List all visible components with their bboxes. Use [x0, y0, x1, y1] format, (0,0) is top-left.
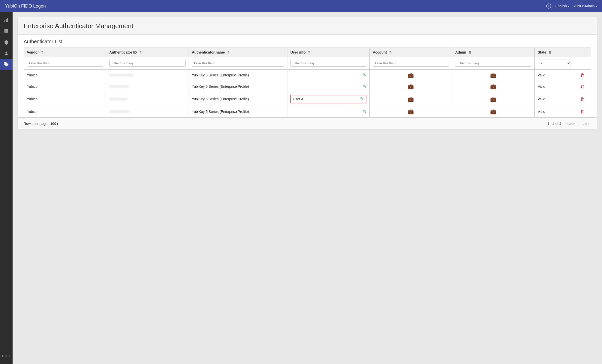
- filter-state-select[interactable]: - Valid Invalid: [538, 60, 571, 67]
- shield-icon: [4, 40, 9, 45]
- svg-rect-4: [5, 30, 8, 31]
- col-account-sort-icon[interactable]: ⇅: [389, 51, 392, 54]
- filter-user-info-input[interactable]: [290, 60, 367, 67]
- svg-rect-5: [5, 31, 8, 32]
- rows-dropdown-chevron-icon: ▾: [57, 122, 58, 126]
- filter-auth-name-input[interactable]: [192, 60, 284, 67]
- col-admin-sort-icon[interactable]: ⇅: [469, 51, 471, 54]
- cell-auth-name: YubiKey 5 Series (Enterprise Profile): [189, 92, 287, 106]
- cell-admin: 💼: [452, 92, 535, 106]
- chart-bar-icon: [4, 18, 9, 23]
- col-state: State ⇅: [535, 48, 574, 57]
- account-icon[interactable]: 💼: [408, 72, 414, 78]
- language-chevron-icon: ▾: [568, 5, 569, 8]
- main-content: Enterprise Authenticator Management Auth…: [13, 12, 602, 364]
- sidebar-item-security[interactable]: [0, 37, 13, 48]
- cell-user-info: ✎: [287, 70, 370, 81]
- delete-row-icon[interactable]: 🗑: [580, 84, 585, 89]
- account-icon[interactable]: 💼: [408, 109, 414, 114]
- sidebar-item-users[interactable]: [0, 48, 13, 59]
- user-info-text: User A: [293, 97, 304, 101]
- rows-per-page-value: 100: [50, 122, 56, 126]
- col-auth-name-label: Authenticator name: [192, 50, 225, 54]
- edit-user-info-icon[interactable]: ✎: [363, 109, 366, 114]
- account-icon[interactable]: 💼: [408, 84, 414, 89]
- filter-admin-input[interactable]: [455, 60, 531, 67]
- rows-per-page-dropdown[interactable]: 100 ▾: [50, 122, 58, 126]
- col-user-info: User info ⇅: [287, 48, 370, 57]
- prev-button[interactable]: ◂ prev: [564, 121, 576, 126]
- admin-icon[interactable]: 💼: [490, 96, 496, 102]
- sidebar-item-collapse[interactable]: ↔: [0, 350, 13, 361]
- col-admin: Admin ⇅: [452, 48, 535, 57]
- pagination-bar: Rows per page: 100 ▾ 1 - 4 of 4 ◂ prev n…: [18, 117, 597, 129]
- main-layout: ↔ Enterprise Authenticator Management Au…: [0, 12, 602, 364]
- filter-vendor-cell: [24, 57, 106, 70]
- delete-row-icon[interactable]: 🗑: [580, 73, 585, 78]
- col-auth-name-sort-icon[interactable]: ⇅: [227, 51, 230, 54]
- col-auth-id-sort-icon[interactable]: ⇅: [139, 51, 142, 54]
- cell-vendor: Yubico: [24, 70, 106, 81]
- next-button[interactable]: next ▸: [579, 121, 591, 126]
- table-header-row: Vendor ⇅ Authenticator ID ⇅ Authenticato…: [24, 48, 591, 57]
- language-label: English: [555, 4, 567, 8]
- col-vendor-sort-icon[interactable]: ⇅: [41, 51, 44, 54]
- filter-vendor-input[interactable]: [27, 60, 103, 67]
- table-row: Yubico••••••••••YubiKey 5 Series (Enterp…: [24, 106, 591, 117]
- cell-admin: 💼: [452, 70, 535, 81]
- col-vendor: Vendor ⇅: [24, 48, 106, 57]
- admin-icon[interactable]: 💼: [490, 109, 496, 114]
- table-icon: [4, 29, 9, 34]
- cell-vendor: Yubico: [24, 106, 106, 117]
- blurred-auth-id: •••••••••: [109, 97, 127, 101]
- col-user-info-sort-icon[interactable]: ⇅: [308, 51, 311, 54]
- prev-chevron-icon: ◂: [566, 122, 568, 125]
- next-label: next: [581, 122, 587, 125]
- account-icon[interactable]: 💼: [408, 96, 414, 102]
- cell-delete: 🗑: [574, 81, 591, 92]
- col-account-label: Account: [373, 50, 387, 54]
- sidebar-item-authenticators[interactable]: [0, 59, 13, 70]
- blurred-auth-id: ••••••••••: [109, 85, 129, 88]
- delete-row-icon[interactable]: 🗑: [580, 109, 585, 114]
- svg-rect-6: [5, 32, 8, 33]
- cell-auth-id: ••••••••••: [106, 106, 189, 117]
- admin-icon[interactable]: 💼: [490, 72, 496, 78]
- col-admin-label: Admin: [455, 50, 466, 54]
- filter-account-input[interactable]: [373, 60, 449, 67]
- col-auth-name: Authenticator name ⇅: [189, 48, 287, 57]
- edit-user-info-icon[interactable]: ✎: [360, 96, 364, 102]
- svg-rect-3: [5, 29, 8, 30]
- cell-state: Valid: [535, 81, 574, 92]
- cell-delete: 🗑: [574, 92, 591, 106]
- table-row: Yubico••••••••••YubiKey 5 Series (Enterp…: [24, 81, 591, 92]
- user-info-highlighted-cell: User A✎: [290, 95, 367, 103]
- admin-icon[interactable]: 💼: [490, 84, 496, 89]
- svg-rect-2: [7, 18, 8, 22]
- rows-per-page-label: Rows per page:: [24, 122, 48, 126]
- delete-row-icon[interactable]: 🗑: [580, 97, 585, 102]
- language-dropdown[interactable]: English ▾: [555, 4, 569, 8]
- svg-rect-1: [6, 19, 7, 22]
- edit-user-info-icon[interactable]: ✎: [363, 84, 366, 89]
- page-card: Enterprise Authenticator Management Auth…: [18, 17, 597, 129]
- info-icon[interactable]: i: [546, 4, 551, 9]
- sidebar-item-dashboard[interactable]: [0, 15, 13, 26]
- col-user-info-label: User info: [290, 50, 306, 54]
- cell-auth-id: ••••••••••: [106, 81, 189, 92]
- cell-admin: 💼: [452, 81, 535, 92]
- col-state-sort-icon[interactable]: ⇅: [549, 51, 551, 54]
- cell-auth-id: ••••••••••••: [106, 70, 189, 81]
- table-row: Yubico•••••••••YubiKey 5 Series (Enterpr…: [24, 92, 591, 106]
- edit-user-info-icon[interactable]: ✎: [363, 72, 366, 78]
- svg-point-7: [6, 52, 7, 53]
- user-dropdown[interactable]: YubiOnAdmin ▾: [573, 4, 597, 8]
- cell-auth-name: YubiKey 5 Series (Enterprise Profile): [189, 81, 287, 92]
- filter-auth-id-input[interactable]: [109, 60, 186, 67]
- page-title: Enterprise Authenticator Management: [24, 22, 591, 30]
- sidebar-item-reports[interactable]: [0, 26, 13, 37]
- app-title: YubiOn FIDO Logon: [5, 4, 546, 9]
- user-info-normal-cell: ✎: [290, 72, 367, 78]
- sidebar: ↔: [0, 12, 13, 364]
- col-auth-id-label: Authenticator ID: [109, 50, 137, 54]
